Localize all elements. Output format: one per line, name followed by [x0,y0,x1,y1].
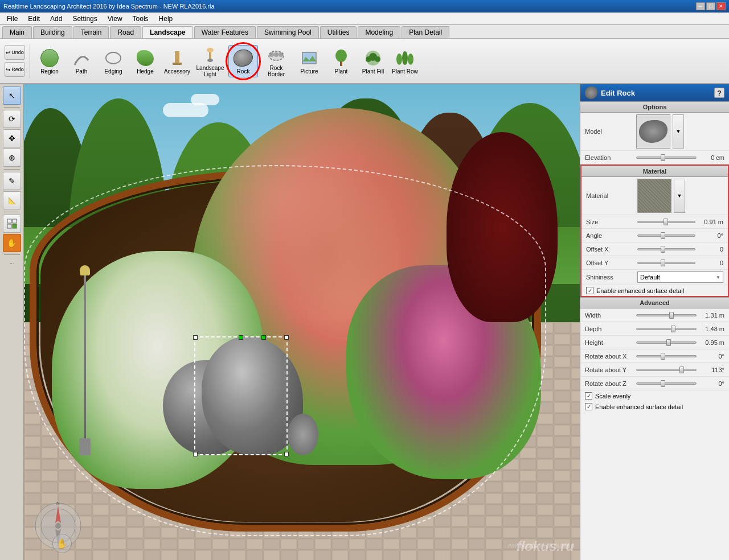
tab-terrain[interactable]: Terrain [73,26,109,38]
picture-label: Picture [300,68,318,75]
maximize-button[interactable]: □ [706,2,715,10]
help-button[interactable]: ? [714,88,724,98]
select-tool-button[interactable]: ↖ [3,87,21,105]
menu-help[interactable]: Help [154,14,178,24]
angle-slider[interactable] [637,234,695,237]
scale-evenly-checkbox[interactable] [585,392,592,400]
menu-add[interactable]: Add [46,14,67,24]
edging-icon [103,48,124,68]
offset-x-value: 0 [698,246,723,253]
height-slider[interactable] [636,341,697,344]
toolbar-plant-fill[interactable]: Plant Fill [358,45,388,77]
depth-slider[interactable] [636,328,697,330]
redo-button[interactable]: Redo [5,62,25,77]
tab-building[interactable]: Building [33,26,72,38]
toolbar-hedge[interactable]: Hedge [130,45,160,77]
material-preview[interactable] [637,179,671,213]
angle-value: 0° [698,232,723,239]
grid-button[interactable] [3,215,21,233]
offset-x-slider[interactable] [637,248,695,250]
rotate-y-slider[interactable] [636,369,697,371]
handle-tl[interactable] [193,335,198,340]
size-thumb[interactable] [664,219,668,225]
toolbar-path[interactable]: Path [67,45,96,77]
tab-landscape[interactable]: Landscape [142,26,193,38]
model-label: Model [585,128,636,135]
model-dropdown-button[interactable]: ▼ [673,114,684,149]
offset-y-thumb[interactable] [661,260,665,266]
shininess-label: Shininess [586,274,637,281]
menu-file[interactable]: File [2,14,22,24]
shininess-dropdown[interactable]: Default ▼ [637,271,723,283]
viewport[interactable]: N ✋ flokus.ru ландшафтный дизайн [24,84,580,560]
toolbar-edging[interactable]: Edging [99,45,128,77]
close-button[interactable]: ✕ [716,2,726,10]
depth-thumb[interactable] [671,326,675,332]
width-thumb[interactable] [669,312,674,319]
scale-evenly-label: Scale evenly [595,393,630,400]
measure-button[interactable]: 📐 [3,191,21,209]
hand-button[interactable]: ✋ [3,234,21,252]
tab-main[interactable]: Main [2,26,32,38]
eyedrop-button[interactable]: ✎ [3,172,21,190]
zoom-in-button[interactable]: ⊕ [3,149,21,167]
depth-row: Depth 1.48 m [580,322,729,336]
size-slider[interactable] [637,221,695,223]
handle-bl[interactable] [193,452,198,456]
height-thumb[interactable] [666,339,671,346]
toolbar-plant[interactable]: Plant [326,45,356,77]
model-preview[interactable] [636,114,670,149]
tab-plan-detail[interactable]: Plan Detail [402,26,449,38]
minimize-button[interactable]: ─ [696,2,705,10]
undo-button[interactable]: Undo [5,45,25,60]
rotate-x-thumb[interactable] [661,353,665,360]
height-control: 0.95 m [636,339,724,346]
enhanced-surface-label: Enable enhanced surface detail [596,287,684,294]
handle-tr2[interactable] [261,335,266,340]
orbit-button[interactable]: ⟳ [3,110,21,128]
handle-br[interactable] [284,452,289,456]
toolbar-landscape-light[interactable]: Landscape Light [194,42,226,80]
tab-utilities[interactable]: Utilities [320,26,357,38]
undo-redo-group: Undo Redo [5,45,25,77]
tab-water-features[interactable]: Water Features [194,26,256,38]
elevation-thumb[interactable] [661,154,665,161]
tab-modeling[interactable]: Modeling [358,26,400,38]
left-sep-4 [4,254,20,255]
handle-tr[interactable] [284,335,289,340]
offset-x-thumb[interactable] [661,246,665,253]
elevation-slider[interactable] [636,157,697,159]
rock-group[interactable] [163,336,318,455]
offset-x-label: Offset X [586,246,637,253]
enhanced-surface-checkbox[interactable] [586,287,593,294]
toolbar-region[interactable]: Region [35,45,64,77]
menu-settings[interactable]: Settings [68,14,101,24]
titlebar-controls[interactable]: ─ □ ✕ [696,2,726,10]
toolbar-rock[interactable]: Rock [228,45,258,77]
rock-small-right [288,414,319,455]
tab-road[interactable]: Road [110,26,141,38]
cloud-2 [191,94,219,105]
picture-icon [299,48,320,68]
width-slider[interactable] [636,314,697,316]
angle-thumb[interactable] [661,232,665,239]
toolbar-rock-border[interactable]: Rock Border [260,42,292,80]
offset-y-slider[interactable] [637,262,695,264]
rotate-z-value: 0° [699,380,724,387]
rotate-z-thumb[interactable] [661,380,665,387]
enhanced-surface2-checkbox[interactable] [585,403,592,410]
handle-tm[interactable] [239,335,243,340]
rotate-x-slider[interactable] [636,355,697,357]
tab-swimming-pool[interactable]: Swimming Pool [257,26,319,38]
material-dropdown-button[interactable]: ▼ [674,179,685,213]
menu-view[interactable]: View [103,14,127,24]
toolbar-accessory[interactable]: Accessory [162,45,192,77]
menu-tools[interactable]: Tools [128,14,153,24]
rotate-y-thumb[interactable] [679,367,684,373]
rotate-z-slider[interactable] [636,382,697,385]
rotate-z-row: Rotate about Z 0° [580,377,729,390]
toolbar-picture[interactable]: Picture [294,45,324,77]
pan-button[interactable]: ✥ [3,129,21,147]
menu-edit[interactable]: Edit [23,14,44,24]
toolbar-plant-row[interactable]: Plant Row [390,45,420,77]
